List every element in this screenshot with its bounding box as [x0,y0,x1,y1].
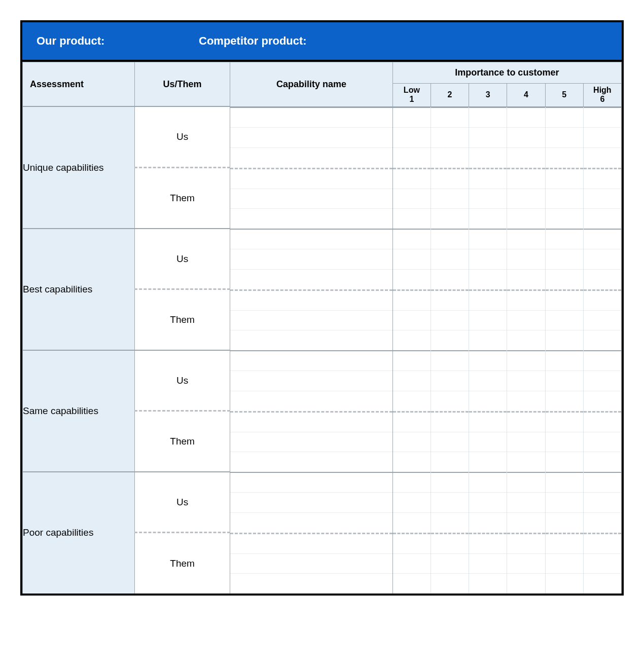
importance-cell[interactable] [584,107,621,168]
importance-cell[interactable] [507,107,545,168]
importance-cell[interactable] [546,472,583,533]
importance-cell[interactable] [507,472,545,533]
importance-cell[interactable] [393,533,431,594]
importance-cell[interactable] [584,168,621,229]
importance-cell[interactable] [393,472,431,533]
importance-cell[interactable] [393,289,431,350]
assessment-label: Poor capabilities [23,472,135,594]
importance-cell[interactable] [469,472,507,533]
assessment-label: Unique capabilities [23,106,135,229]
header-scale-4: 4 [507,84,545,107]
importance-cell[interactable] [431,533,469,594]
capability-cell[interactable] [230,350,392,411]
importance-cell[interactable] [507,411,545,472]
capability-cell[interactable] [230,229,392,289]
party-us: Us [135,350,230,411]
assessment-label: Same capabilities [23,350,135,472]
importance-cell[interactable] [431,472,469,533]
importance-cell[interactable] [584,289,621,350]
importance-cell[interactable] [393,107,431,168]
importance-cell[interactable] [546,350,583,411]
party-them: Them [135,168,230,229]
importance-cell[interactable] [469,168,507,229]
importance-cell[interactable] [431,411,469,472]
competitor-product-label: Competitor product: [199,34,607,48]
header-assessment: Assessment [23,62,135,107]
capability-cell[interactable] [230,472,392,533]
importance-cell[interactable] [469,107,507,168]
party-us: Us [135,229,230,289]
comparison-table: Assessment Us/Them Capability name Impor… [22,62,622,594]
importance-cell[interactable] [507,533,545,594]
importance-cell[interactable] [546,229,583,289]
header-scale-5: 5 [545,84,583,107]
importance-cell[interactable] [431,289,469,350]
capability-cell[interactable] [230,533,392,594]
capability-cell[interactable] [230,107,392,168]
importance-cell[interactable] [507,168,545,229]
importance-cell[interactable] [584,350,621,411]
importance-cell[interactable] [546,107,583,168]
assessment-label: Best capabilities [23,229,135,350]
importance-cell[interactable] [584,533,621,594]
importance-cell[interactable] [469,289,507,350]
capability-cell[interactable] [230,168,392,229]
importance-cell[interactable] [393,229,431,289]
importance-cell[interactable] [431,168,469,229]
importance-cell[interactable] [393,168,431,229]
importance-cell[interactable] [546,533,583,594]
header-importance: Importance to customer [392,62,621,84]
importance-cell[interactable] [431,350,469,411]
party-us: Us [135,472,230,533]
header-scale-3: 3 [469,84,507,107]
party-them: Them [135,289,230,350]
header-scale-2: 2 [431,84,469,107]
importance-cell[interactable] [469,411,507,472]
comparison-sheet: Our product: Competitor product: Assessm… [20,20,624,596]
importance-cell[interactable] [507,289,545,350]
party-them: Them [135,533,230,594]
banner: Our product: Competitor product: [22,22,622,62]
header-capability: Capability name [230,62,393,107]
importance-cell[interactable] [393,411,431,472]
importance-cell[interactable] [584,411,621,472]
importance-cell[interactable] [469,350,507,411]
importance-cell[interactable] [546,168,583,229]
importance-cell[interactable] [584,229,621,289]
importance-cell[interactable] [469,533,507,594]
importance-cell[interactable] [431,229,469,289]
importance-cell[interactable] [507,350,545,411]
importance-cell[interactable] [507,229,545,289]
importance-cell[interactable] [431,107,469,168]
capability-cell[interactable] [230,411,392,472]
importance-cell[interactable] [546,289,583,350]
header-us-them: Us/Them [135,62,230,107]
capability-cell[interactable] [230,289,392,350]
importance-cell[interactable] [546,411,583,472]
header-scale-6: High6 [583,84,621,107]
importance-cell[interactable] [584,472,621,533]
our-product-label: Our product: [37,34,199,48]
importance-cell[interactable] [393,350,431,411]
party-them: Them [135,411,230,472]
header-scale-1: Low1 [392,84,431,107]
party-us: Us [135,106,230,168]
importance-cell[interactable] [469,229,507,289]
